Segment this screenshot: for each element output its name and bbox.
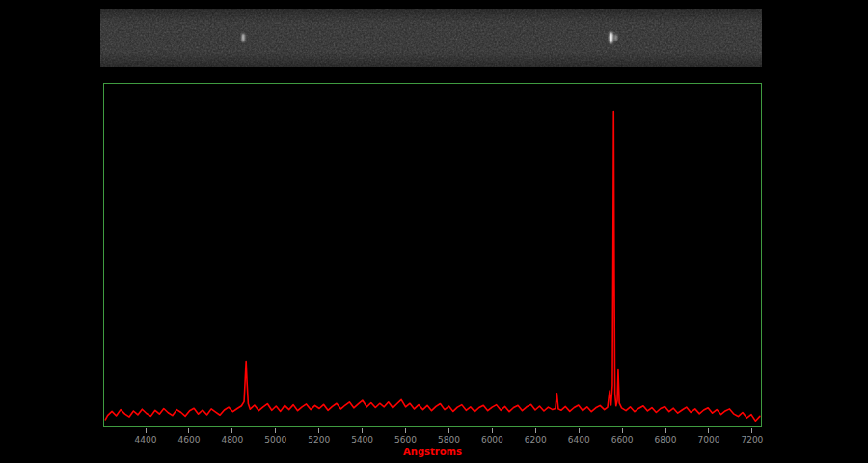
x-tick xyxy=(751,428,752,433)
x-tick xyxy=(535,428,536,433)
x-tick-label: 5600 xyxy=(394,435,417,445)
x-tick-label: 6200 xyxy=(525,435,547,445)
x-tick xyxy=(622,428,623,433)
x-tick xyxy=(448,428,449,433)
x-tick xyxy=(146,428,147,433)
x-tick-label: 6000 xyxy=(481,435,503,445)
x-tick xyxy=(362,428,363,433)
x-tick-label: 5800 xyxy=(438,435,460,445)
x-tick-label: 5400 xyxy=(351,435,373,445)
red-emission-knot xyxy=(610,32,613,43)
spectrum-plot-svg xyxy=(104,84,761,426)
spectrum-viewer-window: Angstroms 440046004800500052005400560058… xyxy=(0,0,868,463)
x-tick-label: 4600 xyxy=(177,435,200,445)
x-tick-label: 6800 xyxy=(655,435,677,445)
x-tick xyxy=(579,428,580,433)
x-tick-label: 7200 xyxy=(741,435,763,445)
x-tick xyxy=(318,428,319,433)
x-axis: Angstroms 440046004800500052005400560058… xyxy=(103,428,762,461)
spectrum-2d-strip xyxy=(100,9,762,67)
x-tick-label: 5200 xyxy=(308,435,330,445)
x-tick-label: 6600 xyxy=(611,435,634,445)
x-tick xyxy=(492,428,493,433)
spectrum-line xyxy=(105,111,760,421)
x-tick-label: 4400 xyxy=(135,435,157,445)
x-tick xyxy=(275,428,276,433)
x-tick-label: 7000 xyxy=(698,435,720,445)
x-tick xyxy=(665,428,666,433)
x-tick xyxy=(188,428,189,433)
x-tick xyxy=(405,428,406,433)
x-tick xyxy=(231,428,232,433)
x-axis-title: Angstroms xyxy=(103,447,762,457)
red-emission-knot-companion xyxy=(615,35,617,41)
x-tick-label: 4800 xyxy=(221,435,243,445)
spectrum-plot-frame xyxy=(103,83,762,427)
x-tick-label: 6400 xyxy=(568,435,590,445)
x-tick xyxy=(708,428,709,433)
x-tick-label: 5000 xyxy=(264,435,286,445)
blue-emission-knot xyxy=(242,34,245,42)
